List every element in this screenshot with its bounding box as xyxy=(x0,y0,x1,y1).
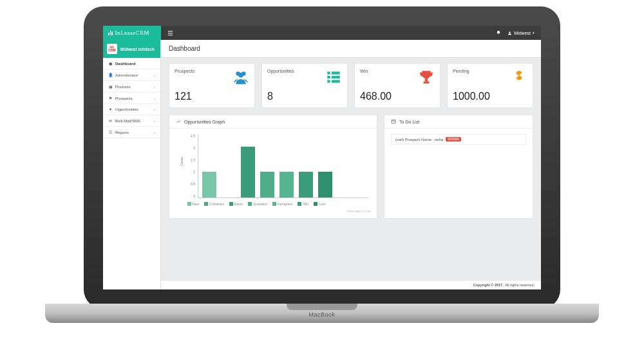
legend-label: Inprogress xyxy=(278,202,293,206)
chart-ylabel: Cases xyxy=(180,157,184,166)
opportunities-icon: ♥ xyxy=(108,107,113,111)
chart-legend: NewContactedDemoQuotationInprogressWinLo… xyxy=(187,202,370,206)
dollar-icon xyxy=(511,69,527,86)
todo-badge: 0/0/0000 xyxy=(446,137,461,142)
svg-rect-12 xyxy=(392,120,395,123)
legend-item[interactable]: Demo xyxy=(229,202,243,206)
admin-icon: 👤 xyxy=(108,73,113,77)
opportunities-graph-panel: Opportunities Graph Cases 2.521.510.50 N… xyxy=(169,115,377,219)
swatch-icon xyxy=(314,202,317,206)
y-tick: 0 xyxy=(187,194,196,198)
legend-label: Quotation xyxy=(253,202,267,206)
svg-rect-6 xyxy=(327,76,330,78)
main-content: Dashboard Prospects121Opportunities8Win4… xyxy=(161,40,541,289)
chevron-right-icon: › xyxy=(154,131,155,134)
user-menu[interactable]: Midwest ▾ xyxy=(507,31,535,35)
legend-item[interactable]: Quotation xyxy=(248,202,267,206)
chart-icon xyxy=(176,119,181,124)
topbar: ☰ Midwest ▾ xyxy=(161,26,541,40)
caret-down-icon: ▾ xyxy=(533,31,535,35)
stat-card-win[interactable]: Win468.00 xyxy=(354,63,440,108)
chevron-right-icon: › xyxy=(154,119,155,123)
sidebar-item-prospects[interactable]: ⚑Prospects› xyxy=(103,93,160,104)
sidebar: lnLCRM Midwest Infotech ◉Dashboard👤Admin… xyxy=(103,40,161,289)
trophy-icon xyxy=(418,69,435,86)
y-tick: 1 xyxy=(187,170,196,174)
bar-new[interactable] xyxy=(202,172,216,197)
mail-icon: ✉ xyxy=(108,118,113,123)
chevron-right-icon: › xyxy=(154,85,155,89)
svg-rect-8 xyxy=(327,80,330,82)
svg-rect-4 xyxy=(327,71,330,74)
stat-label: Prospects xyxy=(175,69,194,73)
svg-point-0 xyxy=(509,32,511,33)
sidebar-item-label: Bulk Mail/SMS xyxy=(115,119,140,123)
footer-copyright: Copyright © 2017 . xyxy=(473,283,504,287)
stat-value: 1000.00 xyxy=(453,91,527,102)
products-icon: ▦ xyxy=(108,84,113,89)
y-tick: 2 xyxy=(187,146,196,150)
chart-title: Opportunities Graph xyxy=(184,120,225,124)
sidebar-item-reports[interactable]: ☰Reports› xyxy=(103,127,160,138)
todo-title: To Do List xyxy=(399,120,419,124)
sidebar-item-dashboard[interactable]: ◉Dashboard xyxy=(103,58,160,69)
bar-quotation[interactable] xyxy=(260,172,274,197)
swatch-icon xyxy=(229,202,233,206)
chart-attribution: HIGHCHARTS.COM xyxy=(176,210,370,213)
user-icon xyxy=(507,31,512,35)
stat-card-pending[interactable]: Pending1000.00 xyxy=(447,63,533,108)
legend-label: Loss xyxy=(319,202,326,206)
sidebar-item-opportunities[interactable]: ♥Opportunities› xyxy=(103,104,160,115)
svg-point-3 xyxy=(238,73,243,78)
legend-item[interactable]: Loss xyxy=(314,202,326,206)
reports-icon: ☰ xyxy=(108,130,113,134)
stat-card-opportunities[interactable]: Opportunities8 xyxy=(261,63,348,108)
opportunities-chart: Cases 2.521.510.50 xyxy=(187,134,370,198)
legend-item[interactable]: Inprogress xyxy=(272,202,293,206)
legend-label: Contacted xyxy=(209,202,224,206)
stat-card-prospects[interactable]: Prospects121 xyxy=(169,63,255,108)
legend-item[interactable]: New xyxy=(187,202,199,206)
logo-icon xyxy=(108,30,113,35)
list-icon xyxy=(391,119,396,124)
legend-item[interactable]: Contacted xyxy=(204,202,224,206)
stat-label: Pending xyxy=(453,69,469,73)
todo-item[interactable]: (call) Prospect Name : neha 0/0/0000 xyxy=(391,134,526,145)
stat-value: 121 xyxy=(175,91,249,102)
hamburger-icon[interactable]: ☰ xyxy=(161,30,180,37)
brand-logo[interactable]: InLeaseCRM xyxy=(103,26,161,40)
y-tick: 2.5 xyxy=(187,134,196,138)
swatch-icon xyxy=(248,202,252,206)
legend-item[interactable]: Win xyxy=(298,202,308,206)
sidebar-item-administrator[interactable]: 👤Administrator› xyxy=(103,69,160,81)
svg-rect-5 xyxy=(332,71,340,74)
prospects-icon: ⚑ xyxy=(108,96,113,100)
bell-icon[interactable] xyxy=(496,30,501,35)
chevron-right-icon: › xyxy=(154,96,155,100)
chevron-right-icon: › xyxy=(154,73,155,77)
bar-win[interactable] xyxy=(299,172,313,197)
list-icon xyxy=(325,69,342,86)
svg-rect-11 xyxy=(424,82,430,84)
svg-rect-10 xyxy=(425,78,428,81)
svg-rect-9 xyxy=(332,80,340,82)
bar-demo[interactable] xyxy=(241,147,255,197)
dashboard-icon: ◉ xyxy=(108,61,113,66)
todo-panel: To Do List (call) Prospect Name : neha 0… xyxy=(384,115,533,219)
swatch-icon xyxy=(204,202,208,206)
sidebar-item-label: Prospects xyxy=(115,96,133,100)
bar-loss[interactable] xyxy=(318,172,332,197)
org-name: Midwest Infotech xyxy=(120,47,155,51)
legend-label: Win xyxy=(303,202,308,206)
stat-label: Win xyxy=(360,69,368,73)
stat-value: 8 xyxy=(267,91,342,102)
chevron-right-icon: › xyxy=(154,107,155,111)
bar-inprogress[interactable] xyxy=(279,172,294,197)
sidebar-item-products[interactable]: ▦Products› xyxy=(103,81,160,93)
sidebar-item-label: Dashboard xyxy=(115,62,135,66)
sidebar-item-label: Administrator xyxy=(115,73,138,77)
sidebar-item-label: Opportunities xyxy=(115,107,138,111)
sidebar-item-bulk-mail-sms[interactable]: ✉Bulk Mail/SMS› xyxy=(103,115,160,127)
org-badge[interactable]: lnLCRM Midwest Infotech xyxy=(103,40,160,58)
sidebar-item-label: Products xyxy=(115,85,131,89)
